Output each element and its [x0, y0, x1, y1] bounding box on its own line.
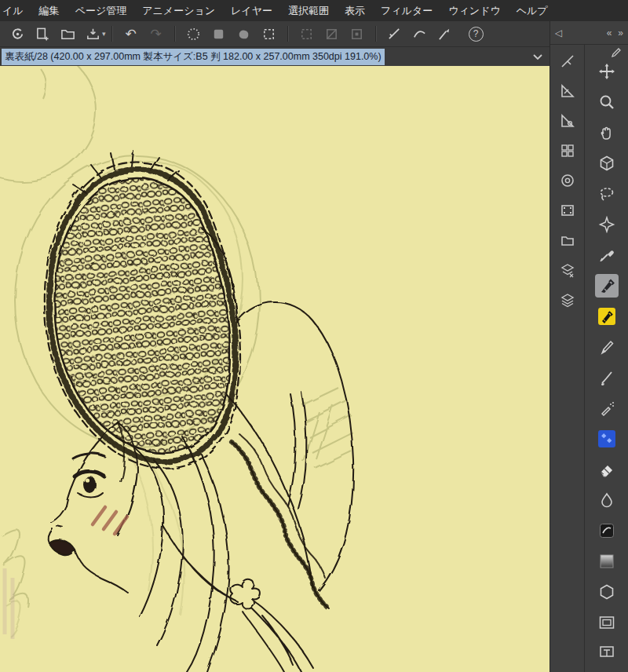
sub-view-icon[interactable]: [557, 170, 578, 191]
decoration-chip: [598, 430, 615, 447]
edit-pencil-icon[interactable]: [611, 47, 622, 58]
panel-header: ◁ « »: [550, 21, 628, 45]
clip-studio-paint-window: イル 編集 ページ管理 アニメーション レイヤー 選択範囲 表示 フィルター ウ…: [0, 0, 628, 672]
menu-filter[interactable]: フィルター: [373, 0, 440, 21]
sketch-faint-strokes: [5, 568, 13, 639]
frame-border-tool[interactable]: [595, 611, 619, 634]
snap-ruler-icon[interactable]: [385, 24, 405, 44]
timeline-icon[interactable]: [557, 200, 578, 221]
dock-prev-icon[interactable]: «: [607, 27, 612, 38]
blend-tool[interactable]: [595, 488, 619, 512]
quick-access-icon[interactable]: [557, 51, 578, 71]
layer-property-icon[interactable]: [557, 260, 578, 280]
menu-animation[interactable]: アニメーション: [134, 0, 223, 21]
new-page-icon[interactable]: [32, 24, 53, 44]
menu-window[interactable]: ウィンドウ: [440, 0, 509, 21]
toolbar-separator: [375, 26, 377, 42]
toolbar-separator: [287, 26, 289, 42]
open-file-icon[interactable]: [57, 24, 78, 44]
collapse-left-icon[interactable]: ◁: [555, 27, 562, 38]
save-caret-icon[interactable]: ▾: [102, 30, 106, 38]
layer-icon[interactable]: [557, 290, 578, 310]
tool-palette: [585, 45, 628, 672]
zoom-tool[interactable]: [595, 90, 619, 114]
fill-tool[interactable]: [595, 519, 619, 542]
dock-next-icon[interactable]: »: [618, 27, 623, 38]
menu-layer[interactable]: レイヤー: [223, 0, 280, 21]
auto-select-tool[interactable]: [595, 213, 619, 236]
pencil-tool[interactable]: [595, 335, 619, 359]
hair-scrunchie: [230, 579, 261, 609]
palette-edit-row: [585, 45, 628, 60]
brush-tool[interactable]: [595, 366, 619, 389]
redo-icon[interactable]: ↷: [146, 24, 166, 44]
chevron-down-icon[interactable]: [532, 53, 543, 60]
select-square-icon[interactable]: [209, 24, 229, 44]
tool-property-icon[interactable]: [557, 111, 578, 131]
help-icon[interactable]: ?: [469, 27, 484, 42]
menu-file[interactable]: イル: [0, 0, 31, 21]
deselect-diagonal-icon[interactable]: [322, 24, 342, 44]
select-burst-icon[interactable]: [184, 24, 204, 44]
figure-tool[interactable]: [595, 580, 619, 604]
crop-marks-icon[interactable]: [259, 24, 279, 44]
save-file-icon[interactable]: [82, 24, 103, 44]
main-toolbar: ▾ ↶ ↷: [0, 21, 550, 46]
hand-tool[interactable]: [595, 121, 619, 144]
menu-page-manage[interactable]: ページ管理: [68, 0, 135, 21]
snap-pen-icon[interactable]: [435, 24, 455, 44]
material-icon[interactable]: [557, 230, 578, 250]
gradient-tool[interactable]: [595, 550, 619, 573]
menu-view[interactable]: 表示: [337, 0, 373, 21]
menu-selection[interactable]: 選択範囲: [280, 0, 337, 21]
line-art: [45, 151, 353, 672]
airbrush-tool[interactable]: [595, 396, 619, 420]
toolbar-separator: [174, 26, 176, 42]
marker-tool[interactable]: [595, 305, 619, 328]
menu-bar: イル 編集 ページ管理 アニメーション レイヤー 選択範囲 表示 フィルター ウ…: [0, 0, 628, 21]
select-blob-icon[interactable]: [234, 24, 254, 44]
deselect-dashed-icon[interactable]: [297, 24, 317, 44]
menu-help[interactable]: ヘルプ: [509, 0, 556, 21]
blush-marks: [93, 507, 127, 534]
eyedropper-tool[interactable]: [595, 243, 619, 267]
clip-studio-logo-icon[interactable]: [7, 24, 27, 44]
canvas-artwork: [0, 66, 550, 672]
deselect-outline-icon[interactable]: [347, 24, 367, 44]
toolbar-separator: [111, 26, 113, 42]
drawing-canvas[interactable]: [0, 66, 550, 672]
marker-chip: [598, 308, 615, 325]
panel-body: [550, 45, 628, 672]
right-panel: ◁ « »: [550, 21, 628, 672]
move-tool[interactable]: [595, 60, 619, 83]
document-info-bar: 裏表紙/28 (420.00 x 297.00mm 製本サイズ:B5 判 182…: [0, 46, 550, 66]
sub-tool-detail-icon[interactable]: [557, 81, 578, 101]
menu-edit[interactable]: 編集: [31, 0, 68, 21]
pen-tool[interactable]: [595, 274, 619, 298]
navigator-icon[interactable]: [557, 141, 578, 161]
eraser-tool[interactable]: [595, 458, 619, 481]
document-info-text[interactable]: 裏表紙/28 (420.00 x 297.00mm 製本サイズ:B5 判 182…: [2, 49, 385, 65]
undo-icon[interactable]: ↶: [121, 24, 141, 44]
operation-tool[interactable]: [595, 152, 619, 175]
text-tool[interactable]: [595, 641, 619, 665]
palette-dock: [550, 45, 585, 672]
lasso-tool[interactable]: [595, 182, 619, 206]
decoration-tool[interactable]: [595, 427, 619, 451]
bonnet-hat: [45, 151, 240, 469]
snap-curve-icon[interactable]: [410, 24, 430, 44]
